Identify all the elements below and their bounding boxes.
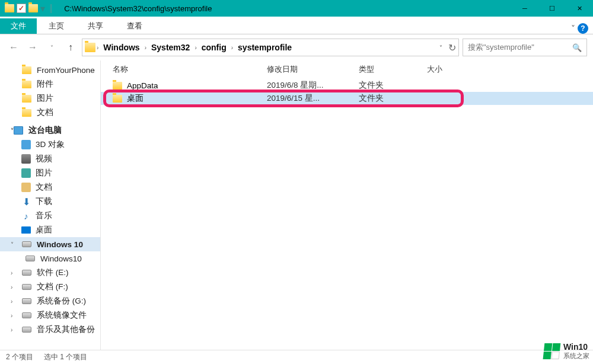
status-bar: 2 个项目 选中 1 个项目 bbox=[0, 350, 593, 364]
watermark-subtitle: 系统之家 bbox=[563, 352, 589, 359]
address-dropdown[interactable]: ˅ bbox=[439, 44, 442, 51]
column-date[interactable]: 修改日期 bbox=[267, 64, 359, 75]
column-name[interactable]: 名称 bbox=[107, 64, 267, 75]
breadcrumb-item[interactable]: Windows bbox=[100, 41, 143, 53]
navigation-toolbar: ← → ˅ ↑ › Windows › System32 › config › … bbox=[0, 34, 593, 60]
pictures-icon bbox=[21, 168, 31, 178]
breadcrumb-item[interactable]: config bbox=[198, 41, 230, 53]
chevron-down-icon: ˅ bbox=[11, 241, 14, 248]
file-row[interactable]: AppData 2019/6/8 星期... 文件夹 bbox=[101, 79, 593, 92]
nav-item[interactable]: ♪音乐 bbox=[0, 209, 100, 223]
back-button[interactable]: ← bbox=[6, 40, 21, 55]
3d-objects-icon bbox=[21, 140, 31, 149]
nav-item[interactable]: ›文档 (F:) bbox=[0, 280, 100, 294]
nav-item[interactable]: 图片 bbox=[0, 91, 100, 106]
status-selected-count: 选中 1 个项目 bbox=[44, 352, 87, 362]
chevron-right-icon: › bbox=[11, 327, 12, 333]
documents-icon bbox=[21, 183, 31, 192]
desktop-icon bbox=[21, 226, 31, 234]
nav-item[interactable]: FromYourPhone bbox=[0, 63, 100, 77]
file-tab[interactable]: 文件 bbox=[0, 18, 37, 34]
chevron-right-icon: › bbox=[145, 44, 146, 51]
up-button[interactable]: ↑ bbox=[63, 40, 78, 55]
disk-icon bbox=[22, 241, 31, 247]
content-body: FromYourPhone 附件 图片 文档 ˅这台电脑 3D 对象 视频 图片… bbox=[0, 60, 593, 350]
nav-item[interactable]: ›系统备份 (G:) bbox=[0, 294, 100, 308]
minimize-button[interactable]: ─ bbox=[511, 0, 538, 17]
home-tab[interactable]: 主页 bbox=[37, 18, 76, 34]
address-bar[interactable]: › Windows › System32 › config › systempr… bbox=[82, 39, 459, 56]
window-title: C:\Windows\System32\config\systemprofile bbox=[64, 4, 212, 13]
nav-item[interactable]: 视频 bbox=[0, 152, 100, 166]
chevron-right-icon: › bbox=[97, 44, 98, 51]
folder-icon bbox=[5, 4, 14, 12]
help-icon[interactable]: ? bbox=[578, 23, 588, 34]
status-item-count: 2 个项目 bbox=[6, 352, 33, 362]
view-tab[interactable]: 查看 bbox=[115, 18, 154, 34]
window-controls: ─ ☐ ✕ bbox=[511, 0, 593, 17]
watermark-title: Win10 bbox=[563, 343, 589, 352]
file-list-pane: 名称 修改日期 类型 大小 AppData 2019/6/8 星期... 文件夹… bbox=[101, 60, 593, 350]
disk-icon bbox=[22, 270, 31, 276]
history-dropdown[interactable]: ˅ bbox=[44, 40, 59, 55]
file-row-selected[interactable]: 桌面 2019/6/15 星... 文件夹 bbox=[101, 92, 593, 105]
column-type[interactable]: 类型 bbox=[359, 64, 427, 75]
check-icon: ✓ bbox=[17, 4, 26, 13]
column-headers: 名称 修改日期 类型 大小 bbox=[101, 60, 593, 79]
nav-item[interactable]: 桌面 bbox=[0, 223, 100, 237]
folder-icon bbox=[22, 66, 31, 74]
nav-item[interactable]: ›系统镜像文件 bbox=[0, 308, 100, 323]
separator: ▾ bbox=[40, 3, 45, 14]
disk-icon bbox=[22, 284, 31, 290]
ribbon-right: ˅ ? bbox=[566, 23, 593, 34]
titlebar-quick-access: ✓ ▾ | bbox=[0, 3, 59, 14]
nav-item[interactable]: 图片 bbox=[0, 166, 100, 180]
folder-icon bbox=[28, 4, 38, 12]
nav-item[interactable]: 附件 bbox=[0, 77, 100, 91]
nav-item[interactable]: 文档 bbox=[0, 106, 100, 120]
disk-icon bbox=[25, 256, 35, 261]
nav-item-selected[interactable]: ˅Windows 10 bbox=[0, 237, 100, 251]
navigation-pane[interactable]: FromYourPhone 附件 图片 文档 ˅这台电脑 3D 对象 视频 图片… bbox=[0, 60, 101, 350]
nav-item[interactable]: ›音乐及其他备份 bbox=[0, 323, 100, 337]
folder-icon bbox=[85, 43, 95, 52]
column-size[interactable]: 大小 bbox=[427, 64, 474, 75]
watermark: Win10 系统之家 bbox=[543, 343, 589, 359]
downloads-icon: ⬇ bbox=[21, 197, 31, 206]
breadcrumb-item[interactable]: System32 bbox=[148, 41, 193, 53]
nav-item[interactable]: ›软件 (E:) bbox=[0, 266, 100, 280]
pc-icon bbox=[14, 126, 23, 135]
collapse-ribbon-button[interactable]: ˅ bbox=[571, 24, 575, 33]
nav-this-pc[interactable]: ˅这台电脑 bbox=[0, 123, 100, 138]
breadcrumb-item[interactable]: systemprofile bbox=[234, 41, 295, 53]
refresh-button[interactable]: ↻ bbox=[448, 42, 456, 53]
folder-icon bbox=[22, 81, 31, 88]
disk-icon bbox=[22, 312, 31, 318]
music-icon: ♪ bbox=[21, 211, 31, 221]
folder-icon bbox=[22, 95, 31, 103]
chevron-right-icon: › bbox=[11, 270, 12, 276]
disk-icon bbox=[22, 327, 31, 333]
search-icon: 🔍 bbox=[572, 43, 582, 52]
search-input[interactable]: 搜索"systemprofile" 🔍 bbox=[463, 39, 587, 56]
share-tab[interactable]: 共享 bbox=[76, 18, 115, 34]
forward-button[interactable]: → bbox=[25, 40, 40, 55]
folder-icon bbox=[113, 82, 122, 90]
nav-item[interactable]: ⬇下载 bbox=[0, 194, 100, 209]
nav-item[interactable]: Windows10 bbox=[0, 251, 100, 266]
chevron-right-icon: › bbox=[11, 312, 12, 319]
nav-item[interactable]: 文档 bbox=[0, 180, 100, 194]
chevron-right-icon: › bbox=[11, 298, 12, 305]
ribbon-tabs: 文件 主页 共享 查看 ˅ ? bbox=[0, 17, 593, 34]
title-bar: ✓ ▾ | C:\Windows\System32\config\systemp… bbox=[0, 0, 593, 17]
separator: | bbox=[50, 3, 52, 14]
disk-icon bbox=[22, 298, 31, 304]
maximize-button[interactable]: ☐ bbox=[538, 0, 566, 17]
close-button[interactable]: ✕ bbox=[566, 0, 593, 17]
folder-icon bbox=[22, 109, 31, 117]
nav-item[interactable]: 3D 对象 bbox=[0, 138, 100, 152]
chevron-right-icon: › bbox=[231, 44, 233, 51]
search-placeholder: 搜索"systemprofile" bbox=[468, 42, 534, 53]
chevron-right-icon: › bbox=[195, 44, 196, 51]
chevron-right-icon: › bbox=[11, 284, 12, 290]
